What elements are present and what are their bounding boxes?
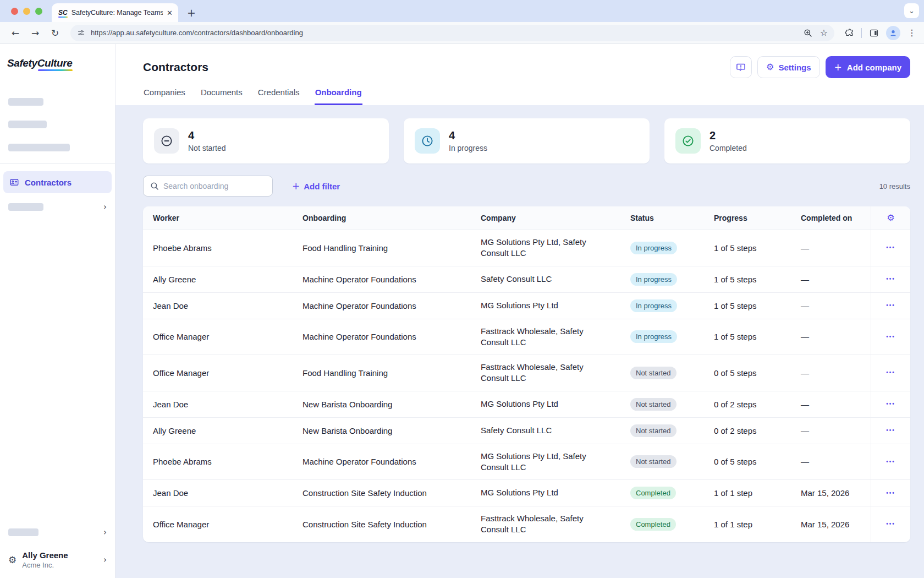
chevron-right-icon: ›: [103, 202, 107, 212]
back-icon[interactable]: ←: [8, 25, 23, 41]
progress-cell: 0 of 5 steps: [704, 355, 791, 391]
summary-cards: 4 Not started 4 In progress: [143, 118, 910, 163]
row-actions-cell: •••: [871, 319, 910, 355]
status-badge: Completed: [630, 487, 676, 499]
row-menu-icon[interactable]: •••: [886, 428, 895, 433]
feedback-button[interactable]: [730, 56, 752, 78]
url-text: https://app.au.safetyculture.com/contrac…: [91, 29, 798, 37]
zoom-icon[interactable]: [804, 29, 812, 37]
onboarding-table: Worker Onboarding Company Status Progres…: [143, 206, 910, 542]
status-badge: In progress: [630, 273, 677, 286]
row-menu-icon[interactable]: •••: [886, 245, 895, 250]
table-row[interactable]: Office Manager Construction Site Safety …: [143, 506, 910, 542]
row-menu-icon[interactable]: •••: [886, 459, 895, 465]
completed-on-cell: —: [791, 319, 871, 355]
row-menu-icon[interactable]: •••: [886, 276, 895, 282]
chevron-right-icon: ›: [103, 555, 107, 565]
column-header-status[interactable]: Status: [620, 206, 704, 230]
onboarding-cell: New Barista Onboarding: [293, 391, 471, 417]
tab-documents[interactable]: Documents: [200, 88, 243, 105]
new-tab-button[interactable]: +: [187, 8, 196, 18]
column-header-onboarding[interactable]: Onboarding: [293, 206, 471, 230]
table-row[interactable]: Phoebe Abrams Food Handling Training MG …: [143, 230, 910, 266]
table-row[interactable]: Office Manager Food Handling Training Fa…: [143, 355, 910, 391]
user-org: Acme Inc.: [22, 561, 98, 569]
column-header-completed-on[interactable]: Completed on: [791, 206, 871, 230]
profile-avatar[interactable]: [886, 26, 900, 40]
row-menu-icon[interactable]: •••: [886, 334, 895, 340]
add-filter-button[interactable]: + Add filter: [292, 182, 340, 191]
progress-cell: 1 of 5 steps: [704, 266, 791, 292]
row-menu-icon[interactable]: •••: [886, 490, 895, 496]
chevron-right-icon: ›: [103, 527, 107, 537]
chevron-down-icon[interactable]: ⌄: [904, 3, 919, 18]
site-info-icon[interactable]: [77, 29, 85, 37]
table-row[interactable]: Jean Doe Machine Operator Foundations MG…: [143, 293, 910, 319]
completed-on-cell: —: [791, 266, 871, 292]
sidebar-item-contractors[interactable]: Contractors: [3, 171, 112, 193]
page-tabs: Companies Documents Credentials Onboardi…: [143, 88, 910, 105]
sidebar: SafetyCulture Contractors › › ⚙ Ally Gre…: [0, 44, 116, 578]
completed-on-cell: —: [791, 391, 871, 417]
sidebar-divider: [0, 163, 115, 164]
column-header-progress[interactable]: Progress: [704, 206, 791, 230]
window-close-button[interactable]: [11, 8, 18, 15]
side-panel-icon[interactable]: [869, 28, 879, 38]
company-cell: MG Solutions Pty Ltd: [471, 391, 620, 417]
tab-companies[interactable]: Companies: [143, 88, 186, 105]
id-card-icon: [9, 177, 19, 187]
feedback-icon: [735, 62, 746, 73]
user-menu[interactable]: ⚙ Ally Greene Acme Inc. ›: [0, 550, 115, 569]
skeleton-bar: [8, 121, 47, 128]
table-row[interactable]: Ally Greene Machine Operator Foundations…: [143, 266, 910, 293]
row-menu-icon[interactable]: •••: [886, 370, 895, 375]
row-actions-cell: •••: [871, 506, 910, 542]
onboarding-cell: New Barista Onboarding: [293, 418, 471, 444]
completed-on-cell: —: [791, 444, 871, 480]
row-menu-icon[interactable]: •••: [886, 303, 895, 308]
completed-on-cell: Mar 15, 2026: [791, 506, 871, 542]
completed-on-cell: —: [791, 355, 871, 391]
window-minimize-button[interactable]: [23, 8, 30, 15]
worker-cell: Jean Doe: [143, 293, 293, 319]
browser-tab[interactable]: SC SafetyCulture: Manage Teams and... ✕: [52, 3, 178, 22]
row-actions-cell: •••: [871, 418, 910, 444]
sidebar-collapsed-item[interactable]: ›: [8, 202, 107, 212]
page-header: Contractors ⚙ Settings + Add company: [116, 44, 924, 105]
settings-button[interactable]: ⚙ Settings: [757, 56, 820, 78]
reload-icon[interactable]: ↻: [47, 25, 63, 41]
bookmark-star-icon[interactable]: ☆: [820, 29, 828, 37]
plus-icon: +: [292, 182, 300, 191]
gear-icon: ⚙: [766, 63, 774, 72]
column-header-worker[interactable]: Worker: [143, 206, 293, 230]
filter-row: + Add filter 10 results: [143, 176, 910, 197]
worker-cell: Office Manager: [143, 319, 293, 355]
search-input[interactable]: [163, 182, 266, 190]
extensions-icon[interactable]: [844, 28, 854, 38]
page-title: Contractors: [143, 61, 208, 74]
tab-onboarding[interactable]: Onboarding: [315, 88, 362, 105]
table-row[interactable]: Phoebe Abrams Machine Operator Foundatio…: [143, 444, 910, 481]
completed-on-cell: —: [791, 230, 871, 266]
tab-close-icon[interactable]: ✕: [167, 9, 173, 17]
table-row[interactable]: Ally Greene New Barista Onboarding Safet…: [143, 418, 910, 444]
add-company-button[interactable]: + Add company: [826, 56, 910, 78]
table-row[interactable]: Office Manager Machine Operator Foundati…: [143, 319, 910, 356]
column-header-company[interactable]: Company: [471, 206, 620, 230]
sidebar-collapsed-item[interactable]: ›: [8, 527, 107, 537]
row-menu-icon[interactable]: •••: [886, 521, 895, 527]
browser-menu-icon[interactable]: ⋮: [908, 28, 916, 38]
progress-cell: 0 of 5 steps: [704, 444, 791, 480]
company-cell: Safety Consult LLC: [471, 418, 620, 444]
table-settings-gear-icon[interactable]: ⚙: [887, 214, 894, 222]
row-actions-cell: •••: [871, 391, 910, 417]
address-bar[interactable]: https://app.au.safetyculture.com/contrac…: [70, 25, 834, 41]
table-row[interactable]: Jean Doe Construction Site Safety Induct…: [143, 480, 910, 506]
minus-circle-icon: [160, 134, 173, 148]
tab-credentials[interactable]: Credentials: [257, 88, 300, 105]
forward-icon[interactable]: →: [28, 25, 43, 41]
table-row[interactable]: Jean Doe New Barista Onboarding MG Solut…: [143, 391, 910, 418]
search-box[interactable]: [143, 176, 273, 197]
row-menu-icon[interactable]: •••: [886, 401, 895, 407]
window-zoom-button[interactable]: [35, 8, 42, 15]
